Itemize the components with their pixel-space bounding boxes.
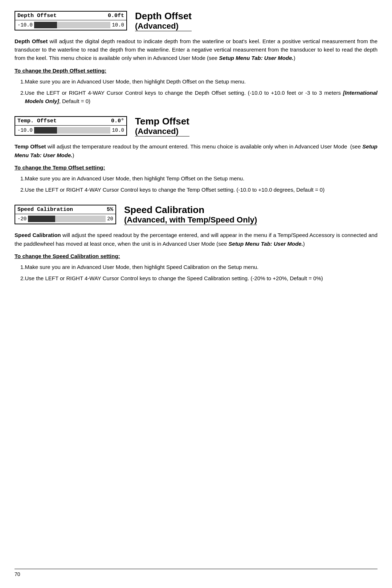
speed-calibration-divider bbox=[124, 225, 257, 225]
depth-offset-subtitle: (Advanced) bbox=[135, 21, 192, 31]
speed-calibration-slider-track bbox=[28, 216, 106, 222]
depth-offset-widget-value: 0.0ft bbox=[108, 13, 124, 19]
list-item: 2. Use the LEFT or RIGHT 4-WAY Cursor Co… bbox=[15, 89, 377, 106]
depth-offset-body: Depth Offset will adjust the digital dep… bbox=[15, 37, 377, 62]
depth-offset-instructions-list: 1. Make sure you are in Advanced User Mo… bbox=[15, 77, 377, 106]
temp-offset-instructions-list: 1. Make sure you are in Advanced User Mo… bbox=[15, 174, 377, 194]
speed-calibration-title: Speed Calibration bbox=[124, 205, 257, 215]
depth-offset-header: Depth Offset 0.0ft -10.0 10.0 Depth Offs… bbox=[15, 11, 377, 33]
list-num: 2. bbox=[15, 185, 25, 194]
temp-offset-widget: Temp. Offset 0.0° -10.0 10.0 bbox=[15, 116, 127, 136]
depth-offset-slider-row: -10.0 10.0 bbox=[15, 20, 126, 30]
speed-calibration-slider-row: -20 20 bbox=[15, 214, 115, 224]
temp-offset-header: Temp. Offset 0.0° -10.0 10.0 Temp Offset… bbox=[15, 116, 377, 138]
list-item: 2. Use the LEFT or RIGHT 4-WAY Cursor Co… bbox=[15, 185, 377, 194]
temp-offset-slider-row: -10.0 10.0 bbox=[15, 126, 126, 135]
list-num: 2. bbox=[15, 89, 25, 97]
list-num: 1. bbox=[15, 77, 25, 86]
temp-offset-slider-fill bbox=[34, 127, 57, 134]
temp-offset-widget-value: 0.0° bbox=[110, 118, 124, 124]
speed-calibration-section: Speed Calibration 5% -20 20 Speed Calibr… bbox=[15, 205, 377, 282]
list-item: 1. Make sure you are in Advanced User Mo… bbox=[15, 174, 377, 183]
depth-offset-widget-top: Depth Offset 0.0ft bbox=[15, 12, 126, 20]
speed-calibration-body: Speed Calibration will adjust the speed … bbox=[15, 231, 377, 248]
depth-offset-slider-fill bbox=[34, 22, 57, 28]
speed-calibration-header: Speed Calibration 5% -20 20 Speed Calibr… bbox=[15, 205, 377, 226]
list-content: Make sure you are in Advanced User Mode,… bbox=[25, 77, 377, 86]
speed-calibration-widget-value: 5% bbox=[99, 207, 113, 213]
list-content: Use the LEFT or RIGHT 4-WAY Cursor Contr… bbox=[25, 185, 377, 194]
page-number: 70 bbox=[15, 571, 20, 577]
list-content: Make sure you are in Advanced User Mode,… bbox=[25, 174, 377, 183]
page-footer: 70 bbox=[15, 569, 377, 577]
list-item: 1. Make sure you are in Advanced User Mo… bbox=[15, 77, 377, 86]
list-content: Use the LEFT or RIGHT 4-WAY Cursor Contr… bbox=[25, 89, 377, 106]
speed-calibration-instructions-heading: To change the Speed Calibration setting: bbox=[15, 253, 377, 259]
depth-offset-slider-track bbox=[34, 22, 110, 28]
temp-offset-slider-max: 10.0 bbox=[112, 127, 124, 133]
temp-offset-widget-top: Temp. Offset 0.0° bbox=[15, 117, 126, 126]
temp-offset-instructions-heading: To change the Temp Offset setting: bbox=[15, 164, 377, 171]
speed-calibration-widget: Speed Calibration 5% -20 20 bbox=[15, 205, 116, 224]
temp-offset-title: Temp Offset bbox=[135, 116, 189, 127]
temp-offset-title-block: Temp Offset (Advanced) bbox=[135, 116, 189, 138]
speed-calibration-widget-label: Speed Calibration bbox=[17, 207, 73, 213]
temp-offset-divider bbox=[135, 136, 189, 136]
speed-calibration-slider-max: 20 bbox=[107, 216, 113, 222]
speed-calibration-slider-min: -20 bbox=[17, 216, 26, 222]
depth-offset-widget-label: Depth Offset bbox=[17, 13, 57, 19]
list-item: 1. Make sure you are in Advanced User Mo… bbox=[15, 263, 377, 271]
depth-offset-slider-min: -10.0 bbox=[17, 22, 33, 28]
list-item: 2. Use the LEFT or RIGHT 4-WAY Cursor Co… bbox=[15, 274, 377, 282]
temp-offset-widget-label: Temp. Offset bbox=[17, 118, 57, 124]
list-content: Use the LEFT or RIGHT 4-WAY Cursor Contr… bbox=[25, 274, 377, 282]
speed-calibration-instructions-list: 1. Make sure you are in Advanced User Mo… bbox=[15, 263, 377, 283]
depth-offset-section: Depth Offset 0.0ft -10.0 10.0 Depth Offs… bbox=[15, 11, 377, 105]
speed-calibration-title-block: Speed Calibration (Advanced, with Temp/S… bbox=[124, 205, 257, 226]
temp-offset-body: Temp Offset will adjust the temperature … bbox=[15, 142, 377, 159]
depth-offset-slider-max: 10.0 bbox=[112, 22, 124, 28]
temp-offset-subtitle: (Advanced) bbox=[135, 127, 189, 136]
depth-offset-instructions-heading: To change the Depth Offset setting: bbox=[15, 68, 377, 74]
speed-calibration-slider-fill bbox=[28, 216, 55, 222]
list-content: Make sure you are in Advanced User Mode,… bbox=[25, 263, 377, 271]
speed-calibration-widget-top: Speed Calibration 5% bbox=[15, 205, 115, 214]
list-num: 2. bbox=[15, 274, 25, 282]
speed-calibration-subtitle: (Advanced, with Temp/Speed Only) bbox=[124, 215, 257, 225]
depth-offset-title-block: Depth Offset (Advanced) bbox=[135, 11, 192, 33]
list-num: 1. bbox=[15, 263, 25, 271]
temp-offset-slider-min: -10.0 bbox=[17, 127, 33, 133]
temp-offset-section: Temp. Offset 0.0° -10.0 10.0 Temp Offset… bbox=[15, 116, 377, 194]
depth-offset-divider bbox=[135, 31, 192, 31]
depth-offset-widget: Depth Offset 0.0ft -10.0 10.0 bbox=[15, 11, 127, 30]
temp-offset-slider-track bbox=[34, 127, 110, 134]
list-num: 1. bbox=[15, 174, 25, 183]
depth-offset-title: Depth Offset bbox=[135, 11, 192, 21]
